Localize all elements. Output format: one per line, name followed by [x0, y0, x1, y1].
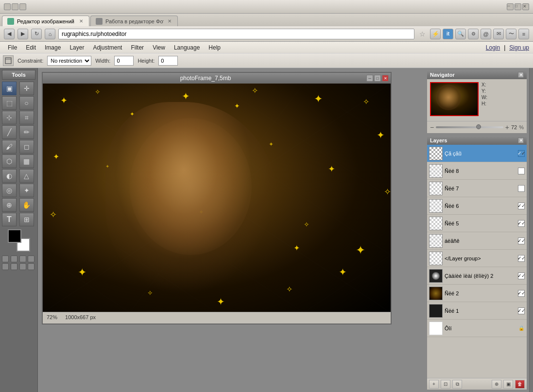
menu-filter[interactable]: Filter [127, 43, 148, 52]
layer-checkbox-8[interactable]: ✓ [518, 290, 525, 297]
layer-duplicate-btn[interactable]: ⧉ [452, 380, 462, 389]
canvas-close-btn[interactable]: ✕ [382, 75, 389, 82]
canvas-image[interactable]: ✦ ✧ ✦ ✧ ✦ ✧ ✦ ✧ ✦ ✧ ✦ ✧ ✦ ✧ ✦ [43, 84, 391, 312]
layer-merge-btn[interactable]: ⊕ [492, 380, 501, 389]
zoom-tool[interactable]: ⊕ [2, 198, 17, 212]
layer-item-8[interactable]: Ñëé 2 ✓ [427, 285, 527, 302]
tab-work-close[interactable]: ✕ [167, 18, 172, 24]
layer-checkbox-1[interactable] [518, 168, 525, 174]
layer-checkbox-7[interactable]: ✓ [518, 273, 525, 279]
layer-item-4[interactable]: Ñëé 5 ✓ [427, 215, 527, 232]
layer-checkbox-6[interactable]: ✓ [518, 255, 525, 262]
layer-item-6[interactable]: </Layer group> ✓ [427, 250, 527, 267]
forward-button[interactable]: ▶ [17, 29, 28, 39]
chart-btn[interactable]: 〜 [506, 29, 516, 39]
layer-item-3[interactable]: Ñëé 6 ✓ [427, 197, 527, 215]
dot-6 [11, 263, 17, 270]
layer-add-btn[interactable]: + [429, 380, 439, 389]
menu-help[interactable]: Help [205, 43, 224, 52]
zoom-btn[interactable]: 🔍 [455, 29, 466, 39]
layer-checkbox-3[interactable]: ✓ [518, 203, 525, 209]
user-btn[interactable]: @ [481, 29, 491, 39]
layer-item-10[interactable]: Ôîí 🔒 [427, 320, 527, 337]
layers-close-btn[interactable]: ✕ [518, 137, 524, 143]
pan-tool[interactable]: ⊞ [19, 213, 34, 226]
layer-item-5[interactable]: áëãñê ✓ [427, 232, 527, 250]
ext-button-2[interactable]: ⚙ [468, 29, 479, 39]
burn-tool[interactable]: △ [19, 169, 34, 183]
nav-zoom-plus[interactable]: + [505, 123, 509, 131]
menu-view[interactable]: View [149, 43, 169, 52]
layer-name-5: áëãñê [445, 238, 516, 244]
canvas-minimize-btn[interactable]: ─ [366, 75, 373, 82]
constraint-select[interactable]: No restriction [47, 56, 91, 66]
nav-zoom-slider[interactable] [436, 126, 503, 128]
hand-tool[interactable]: ✋ [19, 198, 34, 212]
layer-delete-btn[interactable]: 🗑 [515, 380, 525, 389]
reload-button[interactable]: ↻ [31, 29, 42, 39]
back-button[interactable]: ◀ [4, 29, 15, 39]
layer-item-7[interactable]: Çàäíèé ïëàí (êîïèÿ) 2 ✓ [427, 267, 527, 285]
layer-group-btn[interactable]: ⊡ [441, 380, 450, 389]
layer-item-0[interactable]: Çã çãũ ✓ [427, 145, 527, 162]
layer-item-1[interactable]: Ñëé 8 [427, 162, 527, 180]
canvas-window-btns-right: ─ □ ✕ [366, 75, 389, 82]
blur-tool[interactable]: ◎ [2, 184, 17, 197]
brush-tool[interactable]: 🖌 [2, 140, 17, 153]
foreground-color-box[interactable] [8, 229, 21, 243]
nav-zoom-minus[interactable]: − [430, 123, 434, 131]
rect-select-tool[interactable]: ⬚ [2, 96, 17, 110]
height-input[interactable] [158, 56, 178, 66]
canvas-maximize-btn[interactable]: □ [374, 75, 381, 82]
pencil-tool[interactable]: ✏ [19, 125, 34, 139]
close-button[interactable] [19, 3, 26, 10]
layer-item-2[interactable]: Ñëé 7 [427, 180, 527, 197]
minimize-button[interactable] [4, 3, 11, 10]
width-input[interactable] [114, 56, 134, 66]
menu-adjustment[interactable]: Adjustment [89, 43, 126, 52]
paint-bucket-tool[interactable]: ⬡ [2, 154, 17, 168]
home-button[interactable]: ⌂ [45, 29, 55, 39]
layer-checkbox-5[interactable]: ✓ [518, 238, 525, 244]
dodge-tool[interactable]: ◐ [2, 169, 17, 183]
mail-btn[interactable]: ✉ [493, 29, 504, 39]
menu-language[interactable]: Language [170, 43, 204, 52]
layer-checkbox-4[interactable]: ✓ [518, 220, 525, 227]
select-tool[interactable]: ▣ [2, 82, 17, 95]
tab-editor-close[interactable]: ✕ [78, 18, 84, 24]
window-restore[interactable]: □ [515, 3, 521, 10]
navigator-close-btn[interactable]: ✕ [518, 72, 524, 78]
menu-image[interactable]: Image [41, 43, 65, 52]
lasso-tool[interactable]: ○ [19, 96, 34, 110]
eraser-tool[interactable]: ◻ [19, 140, 34, 153]
menu-layer[interactable]: Layer [66, 43, 88, 52]
layer-flatten-btn[interactable]: ▣ [503, 380, 513, 389]
layer-checkbox-9[interactable]: ✓ [518, 307, 525, 314]
tool-options-icon[interactable] [3, 55, 14, 66]
tab-editor[interactable]: Редактор изображений С... ✕ [2, 16, 89, 26]
maximize-button[interactable] [12, 3, 18, 10]
login-link[interactable]: Login [486, 44, 500, 51]
crop-tool[interactable]: ⌗ [19, 111, 34, 124]
layer-checkbox-2[interactable] [518, 185, 525, 192]
layer-item-9[interactable]: Ñëé 1 ✓ [427, 302, 527, 320]
lightning-button[interactable]: ⚡ [430, 29, 441, 39]
window-minimize[interactable]: ─ [507, 3, 514, 10]
text-tool[interactable]: T [2, 213, 17, 226]
window-close[interactable]: ✕ [522, 3, 529, 10]
eyedropper-tool[interactable]: ╱ [2, 125, 17, 139]
tab-work[interactable]: Работа в редакторе Фото... ✕ [90, 16, 178, 26]
nav-h-label: H: [481, 101, 486, 106]
menu-file[interactable]: File [4, 43, 21, 52]
bookmark-button[interactable]: ☆ [417, 29, 427, 39]
ext-button-1[interactable]: it [443, 29, 453, 39]
move-tool[interactable]: ✛ [19, 82, 34, 95]
layer-checkbox-0[interactable]: ✓ [518, 150, 525, 157]
address-input[interactable] [58, 29, 414, 39]
menu-edit[interactable]: Edit [22, 43, 40, 52]
menu-btn[interactable]: ≡ [518, 29, 529, 39]
magic-wand-tool[interactable]: ⊹ [2, 111, 17, 124]
signup-link[interactable]: Sign up [509, 44, 529, 51]
sharpen-tool[interactable]: ✦ [19, 184, 34, 197]
gradient-tool[interactable]: ▦ [19, 154, 34, 168]
